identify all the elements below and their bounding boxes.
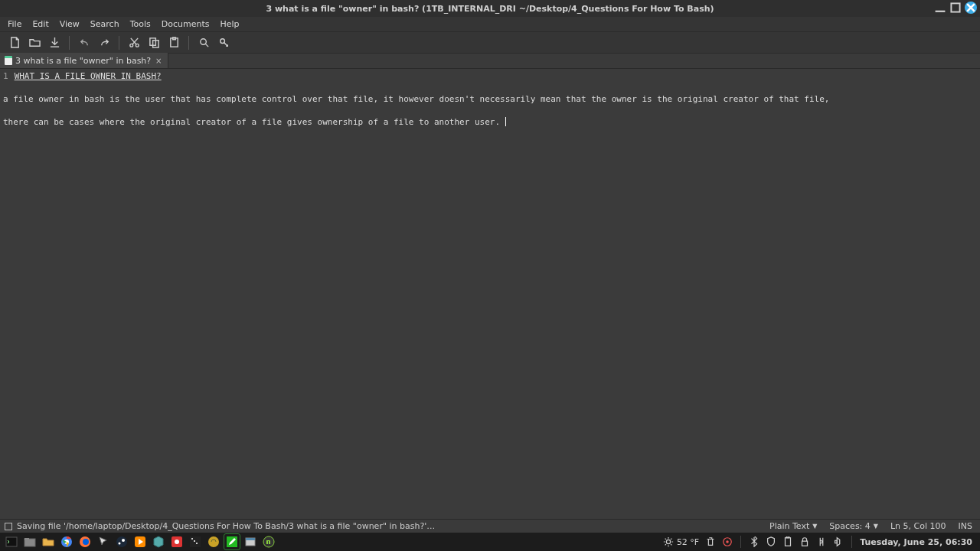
replace-icon [218, 37, 230, 48]
chrome-launcher[interactable] [58, 533, 75, 550]
mint-menu-launcher[interactable] [260, 533, 277, 550]
paste-button[interactable] [164, 34, 184, 52]
hex-icon [152, 536, 165, 548]
menu-edit[interactable]: Edit [28, 18, 53, 31]
text-editor-launcher[interactable] [224, 533, 240, 550]
tab-close-button[interactable]: × [154, 56, 163, 65]
cursor-position: Ln 5, Col 100 [890, 521, 946, 531]
language-label: Plain Text [769, 521, 809, 531]
terminal-icon [5, 536, 18, 548]
editor-line-1[interactable]: WHAT IS A FILE OWNER IN BASH? [15, 71, 162, 81]
close-button[interactable] [965, 2, 977, 14]
stop-icon[interactable] [5, 523, 12, 530]
menu-search[interactable]: Search [86, 18, 124, 31]
app-launcher-5[interactable] [242, 533, 259, 550]
menu-tools[interactable]: Tools [126, 18, 155, 31]
app-launcher-1[interactable] [150, 533, 167, 550]
svg-point-19 [116, 536, 127, 547]
toolbar-separator [188, 36, 189, 50]
svg-rect-29 [246, 538, 255, 540]
save-button[interactable] [44, 34, 64, 52]
menu-bar: File Edit View Search Tools Documents He… [0, 17, 980, 32]
minimize-button[interactable] [934, 2, 946, 14]
battery-tray-icon[interactable] [782, 536, 793, 547]
open-file-button[interactable] [24, 34, 44, 52]
svg-rect-12 [6, 537, 17, 546]
svg-rect-35 [786, 536, 789, 538]
record-tray-icon[interactable] [722, 536, 733, 547]
network-tray-icon[interactable] [816, 536, 827, 547]
undo-button[interactable] [74, 34, 94, 52]
maximize-button[interactable] [949, 2, 962, 14]
volume-tray-icon[interactable] [833, 536, 844, 547]
svg-rect-36 [802, 541, 808, 546]
replace-button[interactable] [214, 34, 234, 52]
document-icon [5, 56, 12, 65]
menu-documents[interactable]: Documents [157, 18, 214, 31]
editor-line-3[interactable]: a file owner in bash is the user that ha… [3, 94, 829, 104]
indentation-selector[interactable]: Spaces: 4▼ [829, 521, 878, 531]
firefox-launcher[interactable] [77, 533, 93, 550]
status-message: Saving file '/home/laptop/Desktop/4_Ques… [17, 521, 435, 531]
editor-line-5[interactable]: there can be cases where the original cr… [3, 117, 505, 127]
stripes-icon [189, 536, 201, 548]
menu-help[interactable]: Help [215, 18, 243, 31]
document-tab[interactable]: 3 what is a file "owner" in bash? × [0, 53, 168, 68]
search-icon [198, 37, 210, 48]
weather-temp: 52 °F [677, 537, 699, 547]
mint-icon [263, 536, 275, 548]
search-button[interactable] [194, 34, 214, 52]
insert-mode[interactable]: INS [959, 521, 972, 531]
svg-point-24 [175, 540, 179, 544]
weather-widget[interactable]: 52 °F [663, 536, 699, 547]
app-launcher-4[interactable] [205, 533, 222, 550]
trash-tray-icon[interactable] [705, 536, 716, 547]
cursor-launcher[interactable] [95, 533, 112, 550]
language-selector[interactable]: Plain Text▼ [769, 521, 817, 531]
toolbar-separator [119, 36, 119, 50]
file-manager-icon [24, 536, 36, 548]
menu-file[interactable]: File [3, 18, 26, 31]
new-file-button[interactable] [5, 34, 24, 52]
tool-bar [0, 32, 980, 54]
cut-icon [129, 37, 140, 48]
system-taskbar: 52 °F Tuesday, June 25, 06:30 [0, 533, 980, 551]
tray-separator [851, 536, 852, 548]
text-cursor [505, 117, 506, 126]
window-icon [244, 536, 256, 548]
svg-point-26 [208, 536, 219, 547]
steam-launcher[interactable] [113, 533, 130, 550]
title-bar: 3 what is a file "owner" in bash? (1TB_I… [0, 0, 980, 17]
clock-widget[interactable]: Tuesday, June 25, 06:30 [860, 537, 972, 547]
svg-rect-34 [786, 538, 791, 546]
gold-app-icon [207, 536, 220, 548]
chevron-down-icon: ▼ [812, 523, 817, 530]
terminal-launcher[interactable] [3, 533, 20, 550]
status-bar: Saving file '/home/laptop/Desktop/4_Ques… [0, 519, 980, 533]
text-editor[interactable]: 1 WHAT IS A FILE OWNER IN BASH? a file o… [0, 69, 980, 519]
copy-button[interactable] [144, 34, 164, 52]
app-launcher-2[interactable] [168, 533, 185, 550]
svg-point-21 [119, 543, 121, 545]
menu-view[interactable]: View [55, 18, 84, 31]
window-controls [934, 2, 977, 14]
svg-point-10 [200, 39, 206, 45]
svg-rect-1 [951, 3, 959, 11]
folder-launcher[interactable] [40, 533, 57, 550]
steam-icon [116, 536, 128, 548]
file-manager-launcher[interactable] [21, 533, 38, 550]
media-launcher[interactable] [132, 533, 149, 550]
tray-separator [740, 536, 741, 548]
lock-tray-icon[interactable] [799, 536, 810, 547]
shield-tray-icon[interactable] [766, 536, 776, 547]
bluetooth-tray-icon[interactable] [749, 536, 760, 547]
app-launcher-3[interactable] [187, 533, 204, 550]
redo-button[interactable] [94, 34, 114, 52]
sun-icon [663, 536, 674, 547]
editor-content[interactable]: 1 WHAT IS A FILE OWNER IN BASH? a file o… [0, 69, 980, 129]
cut-button[interactable] [124, 34, 144, 52]
system-tray: 52 °F Tuesday, June 25, 06:30 [663, 536, 980, 548]
save-icon [49, 37, 60, 48]
taskbar-launchers [0, 533, 277, 550]
red-app-icon [171, 536, 183, 548]
